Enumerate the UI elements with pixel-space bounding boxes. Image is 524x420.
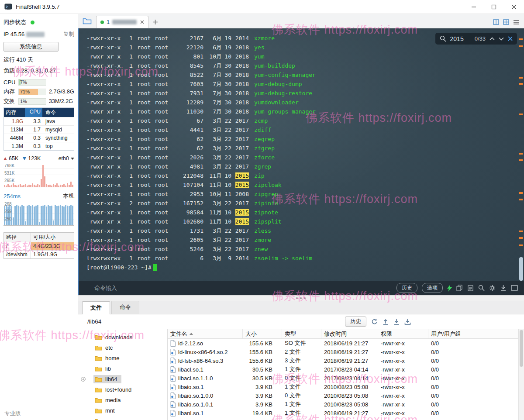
process-row[interactable]: 446M0.3syncthing bbox=[4, 134, 74, 142]
tree-item-lost+found[interactable]: lost+found bbox=[78, 384, 167, 395]
process-cell: 0.3 bbox=[25, 142, 42, 150]
file-row[interactable]: libaio.so.13.9 KB1 文件2010/08/23 05:08-rw… bbox=[168, 382, 518, 391]
upload-icon[interactable] bbox=[383, 318, 389, 325]
search-close-icon[interactable] bbox=[508, 36, 513, 41]
search-match-marker bbox=[519, 199, 523, 200]
tree-item-lib[interactable]: lib bbox=[78, 363, 167, 374]
column-header-0[interactable]: 文件名 bbox=[168, 329, 243, 338]
download-icon[interactable] bbox=[500, 285, 507, 291]
file-row[interactable]: libacl.so.1.1.030.5 KB0 文件2017/08/23 04:… bbox=[168, 374, 518, 382]
panel-splitter[interactable] bbox=[78, 295, 524, 301]
connections-folder-button[interactable] bbox=[81, 15, 93, 27]
main-area: 1 -rwxr-xr-x1rootroot21676月192014xzmore-… bbox=[78, 14, 524, 420]
column-header-4[interactable]: 权限 bbox=[378, 329, 428, 338]
file-owner: 0/0 bbox=[428, 384, 518, 390]
history-button[interactable]: 历史 bbox=[396, 283, 417, 293]
file-history-button[interactable]: 历史 bbox=[345, 317, 366, 327]
terminal-tab[interactable]: 1 bbox=[96, 16, 148, 28]
tree-item-home[interactable]: home bbox=[78, 353, 167, 363]
disk-table: 路径可用/大小 /4.4G/23.3G/dev/shm1.9G/1.9G bbox=[3, 232, 74, 259]
tree-item-mnt[interactable]: mnt bbox=[78, 405, 167, 416]
file-row[interactable]: ld-lsb-x86-64.so.3155.6 KB3 文件2018/06/19… bbox=[168, 356, 518, 365]
process-row[interactable]: 1.3M0.3top bbox=[4, 142, 74, 150]
menu-icon[interactable] bbox=[513, 20, 520, 25]
terminal-scrollbar-thumb[interactable] bbox=[519, 257, 523, 281]
terminal-tabbar: 1 bbox=[78, 14, 524, 28]
file-row[interactable]: libaio.so.1.0.13.9 KB1 文件2010/08/23 05:0… bbox=[168, 400, 518, 409]
file-name: ld-linux-x86-64.so.2 bbox=[178, 349, 228, 355]
new-tab-button[interactable] bbox=[148, 16, 162, 28]
search-icon[interactable] bbox=[478, 285, 485, 291]
file-row[interactable]: libaio.so.1.0.03.9 KB0 文件2010/08/23 05:0… bbox=[168, 391, 518, 400]
file-row[interactable]: ld-2.12.so155.6 KBSO 文件2018/06/19 21:27-… bbox=[168, 339, 518, 348]
tree-item-media[interactable]: media bbox=[78, 395, 167, 405]
ping-header: 254ms 本机 bbox=[3, 192, 74, 200]
gear-icon[interactable] bbox=[489, 285, 496, 291]
tree-item-lib64[interactable]: lib64 bbox=[78, 374, 167, 384]
column-header-1[interactable]: 大小 bbox=[243, 329, 282, 338]
file-list-scrollbar[interactable] bbox=[518, 329, 524, 420]
current-path[interactable]: /lib64 bbox=[87, 318, 101, 325]
column-header-2[interactable]: 类型 bbox=[282, 329, 321, 338]
process-column-header[interactable]: 命令 bbox=[42, 108, 74, 117]
tab-close-icon[interactable] bbox=[140, 20, 144, 24]
download-tray-icon[interactable] bbox=[393, 318, 400, 325]
process-column-header[interactable]: CPU bbox=[25, 108, 42, 117]
search-query[interactable]: 2015 bbox=[450, 35, 464, 42]
file-name: libaio.so.1.0.0 bbox=[178, 392, 213, 399]
file-owner: 0/0 bbox=[428, 340, 518, 347]
command-input[interactable]: 命令输入 bbox=[94, 284, 117, 292]
chart-scale-label: 268 bbox=[4, 202, 12, 207]
file-row[interactable]: libanl.so.119.4 KB1 文件2018/06/19 21:27-r… bbox=[168, 409, 518, 417]
paste-icon[interactable] bbox=[467, 285, 474, 291]
file-mtime: 2017/08/23 04:14 bbox=[321, 366, 378, 373]
file-scrollbar-thumb[interactable] bbox=[520, 330, 523, 367]
options-button[interactable]: 选项 bbox=[422, 283, 443, 293]
maximize-button[interactable] bbox=[484, 0, 504, 14]
copy-ip-button[interactable]: 复制 bbox=[63, 31, 74, 38]
file-mtime: 2018/06/19 21:27 bbox=[321, 340, 378, 347]
terminal-window-icon[interactable] bbox=[511, 285, 518, 291]
tree-item-label: mnt bbox=[105, 407, 115, 414]
disk-table-head: 路径可用/大小 bbox=[4, 233, 74, 242]
lightning-icon[interactable] bbox=[447, 285, 452, 292]
ping-bars bbox=[3, 201, 74, 225]
minimize-button[interactable] bbox=[464, 0, 484, 14]
disk-row[interactable]: /dev/shm1.9G/1.9G bbox=[4, 250, 74, 258]
tree-item-etc[interactable]: etc bbox=[78, 342, 167, 353]
close-button[interactable] bbox=[504, 0, 524, 14]
tree-item-downloads[interactable]: downloads bbox=[78, 332, 167, 342]
expand-icon[interactable] bbox=[81, 377, 86, 382]
interface-select[interactable]: eth0 bbox=[59, 155, 74, 162]
file-row[interactable]: ld-linux-x86-64.so.2155.6 KB2 文件2018/06/… bbox=[168, 348, 518, 356]
file-row[interactable]: libacl.so.130.5 KB1 文件2017/08/23 04:14-r… bbox=[168, 365, 518, 374]
layout-grid-icon[interactable] bbox=[503, 19, 509, 25]
tab-commands[interactable]: 命令 bbox=[111, 301, 139, 314]
process-row[interactable]: 1.8G3.3java bbox=[4, 117, 74, 125]
process-cell: top bbox=[42, 142, 74, 150]
copy-icon[interactable] bbox=[456, 285, 463, 291]
command-bar: 命令输入 历史 选项 bbox=[78, 281, 524, 295]
terminal[interactable]: -rwxr-xr-x1rootroot21676月192014xzmore-rw… bbox=[78, 28, 524, 281]
process-column-header[interactable]: 内存 bbox=[4, 108, 25, 117]
tree-item-clipped[interactable] bbox=[78, 416, 167, 420]
process-row[interactable]: 113M1.7mysqld bbox=[4, 125, 74, 134]
system-info-button[interactable]: 系统信息 bbox=[3, 42, 59, 52]
column-header-3[interactable]: 修改时间 bbox=[321, 329, 378, 338]
file-permissions: -rwxr-xr-x bbox=[378, 358, 428, 364]
meter-detail: 2.7G/3.8G bbox=[49, 89, 74, 95]
file-mtime: 2018/06/19 21:27 bbox=[321, 349, 378, 355]
search-next-icon[interactable] bbox=[499, 37, 504, 41]
file-type: SO 文件 bbox=[282, 339, 321, 347]
sync-status-dot bbox=[31, 21, 34, 24]
file-type: 1 文件 bbox=[282, 409, 321, 417]
search-prev-icon[interactable] bbox=[490, 37, 495, 41]
tab-files[interactable]: 文件 bbox=[82, 301, 110, 314]
bottom-panel-tabs: 文件 命令 bbox=[78, 301, 524, 314]
transfer-icon[interactable] bbox=[404, 318, 411, 325]
layout-split-icon[interactable] bbox=[493, 19, 499, 25]
splitter-handle-icon bbox=[300, 297, 302, 299]
column-header-5[interactable]: 用户/用户组 bbox=[428, 329, 518, 338]
disk-row[interactable]: /4.4G/23.3G bbox=[4, 242, 74, 250]
refresh-icon[interactable] bbox=[371, 318, 378, 325]
